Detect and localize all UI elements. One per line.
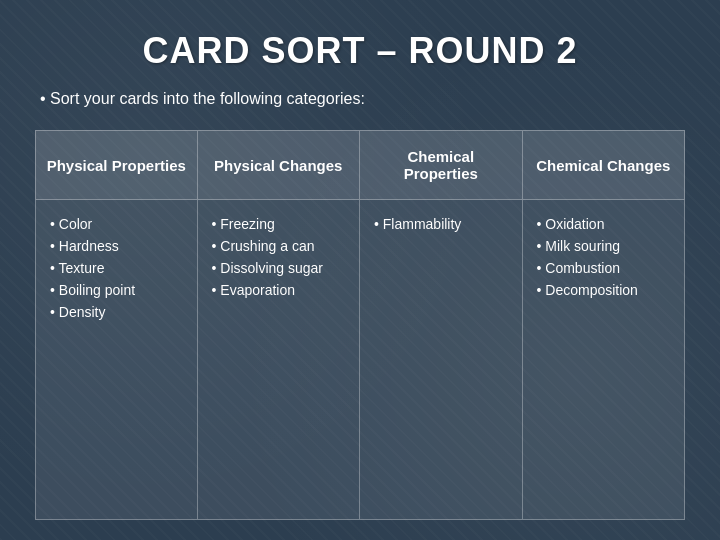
list-item: Boiling point [50,282,183,298]
list-item: Density [50,304,183,320]
list-item: Combustion [537,260,671,276]
main-container: CARD SORT – ROUND 2 • Sort your cards in… [0,0,720,540]
subtitle-text: • Sort your cards into the following cat… [35,90,685,108]
cell-physical-properties: ColorHardnessTextureBoiling pointDensity [35,200,198,520]
list-item: Evaporation [212,282,346,298]
header-chemical-properties: Chemical Properties [360,130,523,200]
list-item: Decomposition [537,282,671,298]
header-physical-properties: Physical Properties [35,130,198,200]
list-item: Hardness [50,238,183,254]
header-physical-changes: Physical Changes [198,130,361,200]
list-item: Milk souring [537,238,671,254]
list-physical-changes: FreezingCrushing a canDissolving sugarEv… [212,216,346,298]
body-row: ColorHardnessTextureBoiling pointDensity… [35,200,685,520]
page-title: CARD SORT – ROUND 2 [35,30,685,72]
cell-chemical-changes: OxidationMilk souringCombustionDecomposi… [523,200,686,520]
list-item: Dissolving sugar [212,260,346,276]
header-row: Physical Properties Physical Changes Che… [35,130,685,200]
list-item: Freezing [212,216,346,232]
cell-physical-changes: FreezingCrushing a canDissolving sugarEv… [198,200,361,520]
list-item: Oxidation [537,216,671,232]
list-physical-properties: ColorHardnessTextureBoiling pointDensity [50,216,183,320]
table-area: Physical Properties Physical Changes Che… [35,130,685,520]
list-chemical-properties: Flammability [374,216,508,232]
list-chemical-changes: OxidationMilk souringCombustionDecomposi… [537,216,671,298]
list-item: Flammability [374,216,508,232]
header-chemical-changes: Chemical Changes [523,130,686,200]
list-item: Texture [50,260,183,276]
cell-chemical-properties: Flammability [360,200,523,520]
list-item: Color [50,216,183,232]
list-item: Crushing a can [212,238,346,254]
